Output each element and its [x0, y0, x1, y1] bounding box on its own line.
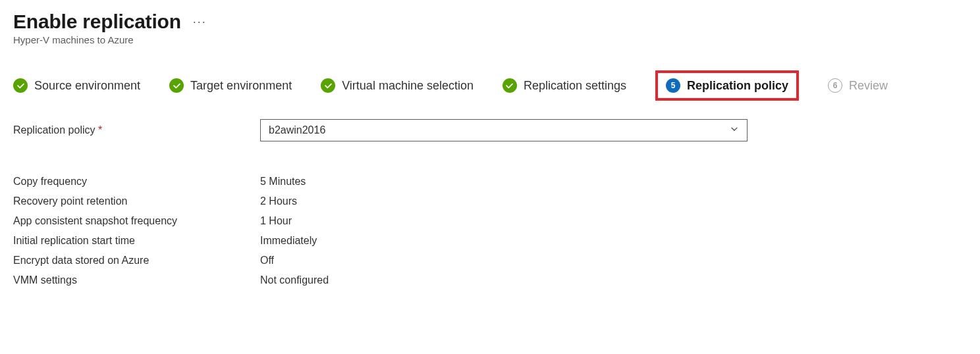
detail-value: Not configured [260, 274, 329, 286]
detail-label: Copy frequency [13, 176, 260, 188]
step-label: Target environment [190, 79, 292, 93]
detail-value: 1 Hour [260, 215, 292, 227]
step-label: Virtual machine selection [342, 79, 474, 93]
step-target-environment[interactable]: Target environment [169, 78, 292, 93]
step-label: Replication settings [524, 79, 626, 93]
step-source-environment[interactable]: Source environment [13, 78, 140, 93]
page-title: Enable replication [13, 11, 181, 33]
step-virtual-machine-selection[interactable]: Virtual machine selection [321, 78, 474, 93]
checkmark-icon [321, 78, 335, 93]
policy-details: Copy frequency 5 Minutes Recovery point … [13, 176, 967, 286]
detail-row: VMM settings Not configured [13, 274, 967, 286]
detail-row: Recovery point retention 2 Hours [13, 195, 967, 207]
detail-value: Off [260, 255, 274, 266]
required-indicator: * [98, 124, 102, 136]
form-area: Replication policy * b2awin2016 Copy fre… [13, 119, 967, 286]
more-icon[interactable]: ··· [193, 15, 207, 29]
wizard-steps: Source environment Target environment Vi… [13, 78, 967, 93]
step-replication-policy[interactable]: 5 Replication policy [666, 78, 788, 93]
page-subtitle: Hyper-V machines to Azure [13, 34, 967, 45]
page-header: Enable replication ··· Hyper-V machines … [13, 11, 967, 45]
checkmark-icon [503, 78, 517, 93]
step-replication-policy-highlight: 5 Replication policy [655, 70, 799, 101]
detail-row: Encrypt data stored on Azure Off [13, 255, 967, 266]
step-label: Source environment [34, 79, 140, 93]
detail-label: Encrypt data stored on Azure [13, 255, 260, 266]
detail-value: Immediately [260, 235, 317, 247]
detail-row: App consistent snapshot frequency 1 Hour [13, 215, 967, 227]
step-review[interactable]: 6 Review [828, 78, 888, 93]
detail-row: Initial replication start time Immediate… [13, 235, 967, 247]
dropdown-value: b2awin2016 [269, 124, 325, 136]
replication-policy-dropdown[interactable]: b2awin2016 [260, 119, 748, 141]
step-number-icon: 5 [666, 78, 680, 93]
checkmark-icon [13, 78, 28, 93]
replication-policy-label: Replication policy * [13, 124, 260, 136]
step-replication-settings[interactable]: Replication settings [503, 78, 626, 93]
chevron-down-icon [730, 124, 739, 136]
detail-row: Copy frequency 5 Minutes [13, 176, 967, 188]
detail-label: App consistent snapshot frequency [13, 215, 260, 227]
detail-value: 2 Hours [260, 195, 297, 207]
detail-label: VMM settings [13, 274, 260, 286]
detail-label: Initial replication start time [13, 235, 260, 247]
detail-label: Recovery point retention [13, 195, 260, 207]
checkmark-icon [169, 78, 184, 93]
detail-value: 5 Minutes [260, 176, 306, 188]
step-number-icon: 6 [828, 78, 842, 93]
step-label: Replication policy [687, 79, 788, 93]
step-label: Review [849, 79, 888, 93]
